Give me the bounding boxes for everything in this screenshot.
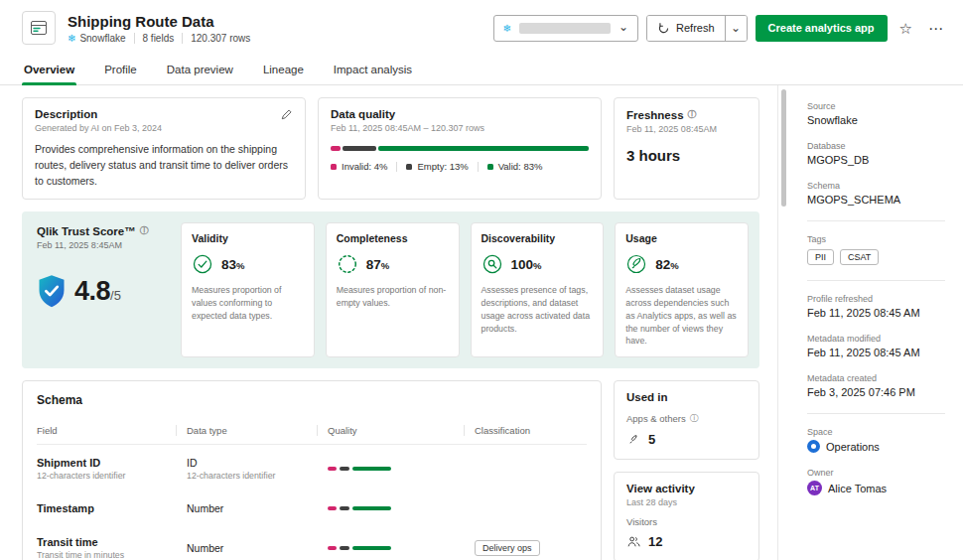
refresh-icon <box>657 22 670 35</box>
space-value[interactable]: Operations <box>826 441 880 453</box>
connection-select[interactable]: ❄ ⌄ <box>493 15 638 42</box>
tab-bar: Overview Profile Data preview Lineage Im… <box>0 54 963 85</box>
table-row[interactable]: Timestamp Number <box>37 490 587 524</box>
freshness-title: Freshness <box>626 109 684 121</box>
metadata-modified-value: Feb 11, 2025 08:45 AM <box>807 347 945 358</box>
description-subtitle: Generated by AI on Feb 3, 2024 <box>35 123 162 133</box>
trust-score-date: Feb 11, 2025 8:45AM <box>37 240 170 250</box>
main-panel: Description Generated by AI on Feb 3, 20… <box>0 85 777 560</box>
people-icon <box>626 534 641 549</box>
dataset-meta: ❄ Snowflake 8 fields 120.307 rows <box>68 33 258 44</box>
more-options-button[interactable]: ⋯ <box>924 19 947 38</box>
table-row[interactable]: Shipment ID 12-characters identifier ID … <box>37 445 587 490</box>
trust-score-summary: Qlik Trust Score™ ⓘ Feb 11, 2025 8:45AM <box>33 222 170 357</box>
field-subtitle: Transit time in minutes <box>37 550 176 560</box>
snowflake-icon: ❄ <box>503 23 511 34</box>
refresh-button[interactable]: Refresh <box>647 16 725 41</box>
field-name: Shipment ID <box>37 457 176 469</box>
database-value: MGOPS_DB <box>807 154 945 166</box>
create-analytics-app-button[interactable]: Create analytics app <box>756 15 888 42</box>
apps-others-label: Apps & others <box>626 413 686 424</box>
trust-shield-icon <box>37 274 67 309</box>
description-title: Description <box>35 108 162 120</box>
field-type-subtitle: 12-characters identifier <box>187 471 317 481</box>
owner-value: Alice Tomas <box>828 483 887 494</box>
field-subtitle: 12-characters identifier <box>37 471 176 481</box>
used-in-card: Used in Apps & others ⓘ 5 <box>614 380 759 460</box>
summary-cards-row: Description Generated by AI on Feb 3, 20… <box>22 97 759 200</box>
refresh-options-button[interactable]: ⌄ <box>725 16 747 41</box>
validity-title: Validity <box>192 232 304 244</box>
completeness-value: 87 <box>366 257 381 272</box>
profile-refreshed-value: Feb 11, 2025 08:45 AM <box>807 307 945 319</box>
avatar: AT <box>807 481 822 495</box>
profile-refreshed-label: Profile refreshed <box>807 294 945 304</box>
source-name: Snowflake <box>79 33 125 44</box>
row-quality-bar <box>328 467 391 471</box>
dashed-circle-icon <box>337 253 358 275</box>
source-label: Source <box>807 101 945 111</box>
schema-label: Schema <box>807 181 945 191</box>
row-quality-bar <box>328 546 391 550</box>
visitors-label: Visitors <box>626 516 657 527</box>
scrollbar-thumb[interactable] <box>781 89 786 207</box>
tab-impact-analysis[interactable]: Impact analysis <box>332 64 414 84</box>
field-name: Timestamp <box>37 502 176 514</box>
metadata-created-label: Metadata created <box>807 373 945 383</box>
tags-label: Tags <box>807 234 945 244</box>
source-value: Snowflake <box>807 114 945 126</box>
tag-chip[interactable]: PII <box>807 249 834 265</box>
freshness-card: Freshness ⓘ Feb 11, 2025 08:45AM 3 hours <box>614 97 759 200</box>
valid-segment <box>352 467 391 471</box>
side-cards-column: Used in Apps & others ⓘ 5 View acti <box>614 380 759 560</box>
info-icon[interactable]: ⓘ <box>688 108 697 121</box>
info-icon[interactable]: ⓘ <box>690 412 699 425</box>
trust-score-max: /5 <box>110 288 121 303</box>
classification-chip[interactable]: Delivery ops <box>475 540 540 556</box>
pencil-icon <box>280 108 293 121</box>
freshness-value: 3 hours <box>626 147 747 164</box>
trust-score-value: 4.8 <box>74 276 110 306</box>
legend-invalid-label: Invalid: 4% <box>342 162 387 172</box>
page-title: Shipping Route Data <box>68 13 258 30</box>
empty-segment <box>340 467 349 471</box>
validity-unit: % <box>236 260 244 271</box>
space-label: Space <box>807 427 945 437</box>
legend-empty: Empty: 13% <box>396 162 477 172</box>
column-header-field: Field <box>37 425 176 436</box>
empty-dot-icon <box>406 164 412 170</box>
legend-empty-label: Empty: 13% <box>417 162 468 172</box>
vertical-scrollbar[interactable] <box>777 85 789 560</box>
completeness-description: Measures proportion of non-empty values. <box>337 284 449 310</box>
tab-lineage[interactable]: Lineage <box>261 64 306 84</box>
tags-group: Tags PII CSAT <box>807 220 945 265</box>
completeness-title: Completeness <box>337 232 449 244</box>
tag-chip[interactable]: CSAT <box>840 249 879 265</box>
favorite-star-button[interactable]: ☆ <box>895 19 916 38</box>
view-activity-subtitle: Last 28 days <box>626 497 747 507</box>
refresh-split-button: Refresh ⌄ <box>646 15 748 42</box>
column-header-quality: Quality <box>317 425 464 436</box>
schema-title: Schema <box>37 393 587 407</box>
tab-data-preview[interactable]: Data preview <box>165 64 235 84</box>
database-label: Database <box>807 141 945 151</box>
rocket-icon <box>626 432 641 447</box>
tab-profile[interactable]: Profile <box>102 64 139 84</box>
schema-value: MGOPS_SCHEMA <box>807 194 945 206</box>
info-icon[interactable]: ⓘ <box>140 224 149 237</box>
check-circle-icon <box>192 253 213 275</box>
invalid-segment <box>331 146 341 151</box>
tab-overview[interactable]: Overview <box>22 64 76 84</box>
usage-value: 82 <box>655 257 670 272</box>
table-row[interactable]: Transit time Transit time in minutes Num… <box>37 524 587 560</box>
details-panel: Source Snowflake Database MGOPS_DB Schem… <box>789 85 963 560</box>
valid-dot-icon <box>487 164 493 170</box>
refresh-label: Refresh <box>676 22 715 34</box>
schema-section-row: Schema Field Data type Quality Classific… <box>22 380 759 560</box>
valid-segment <box>378 146 589 151</box>
chevron-down-icon: ⌄ <box>731 21 741 35</box>
apps-count: 5 <box>648 432 655 447</box>
discoverability-title: Discoverability <box>482 232 594 244</box>
edit-description-button[interactable] <box>280 108 293 124</box>
schema-column-headers: Field Data type Quality Classification <box>37 425 587 445</box>
